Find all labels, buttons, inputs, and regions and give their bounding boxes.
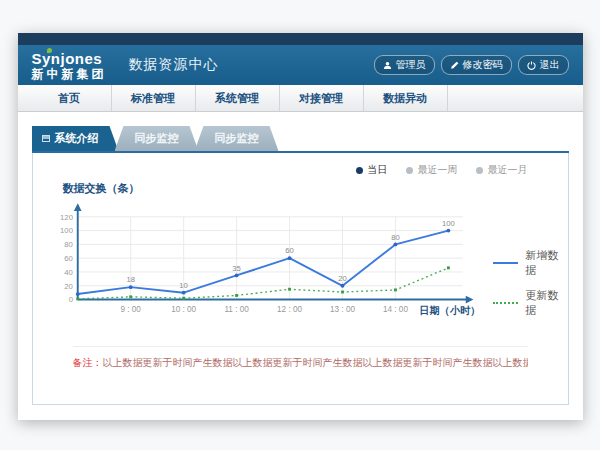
logout-button[interactable]: 退出 (518, 55, 569, 75)
admin-button[interactable]: 管理员 (374, 55, 435, 75)
range-option-1[interactable]: 最近一周 (406, 163, 458, 177)
radio-dot-icon (356, 167, 363, 174)
radio-dot-icon (476, 167, 483, 174)
logout-button-label: 退出 (540, 58, 560, 72)
data-point (75, 292, 79, 296)
tab-label: 系统介绍 (55, 131, 99, 146)
data-point (393, 242, 397, 246)
data-point-label: 20 (338, 274, 347, 283)
range-option-label: 当日 (368, 163, 388, 177)
nav-item-4[interactable]: 数据异动 (364, 85, 448, 111)
tab-label: 同步监控 (215, 131, 259, 146)
tab-0[interactable]: 系统介绍 (32, 126, 119, 151)
radio-dot-icon (406, 167, 413, 174)
main-nav: 首页标准管理系统管理对接管理数据异动 (18, 85, 583, 112)
x-tick-label: 10 : 00 (171, 305, 196, 314)
nav-item-3[interactable]: 对接管理 (280, 85, 364, 111)
legend-item-0: 新增数据 (493, 248, 567, 278)
data-point-label: 60 (285, 246, 294, 255)
legend-line-sample (493, 262, 518, 264)
change-password-button[interactable]: 修改密码 (441, 55, 512, 75)
footnote: 备注：以上数据更新于时间产生数据以上数据更新于时间产生数据以上数据更新于时间产生… (73, 346, 528, 370)
data-point (182, 297, 185, 300)
logo: Synjones 新中新集团 (32, 51, 107, 80)
admin-button-label: 管理员 (396, 58, 426, 72)
header-actions: 管理员 修改密码 退出 (374, 55, 569, 75)
y-tick-label: 60 (64, 254, 73, 263)
data-point-label: 35 (232, 264, 241, 273)
x-tick-label: 9 : 00 (120, 305, 141, 314)
footnote-text: 以上数据更新于时间产生数据以上数据更新于时间产生数据以上数据更新于时间产生数据以… (103, 357, 528, 368)
range-selector: 当日最近一周最近一月 (33, 163, 568, 177)
logo-text: Synjones (32, 51, 107, 66)
data-point-label: 80 (391, 233, 400, 242)
range-option-label: 最近一周 (418, 163, 458, 177)
x-tick-label: 14 : 00 (382, 305, 407, 314)
line-chart: 0204060801001209 : 0010 : 0011 : 0012 : … (45, 196, 488, 330)
nav-item-0[interactable]: 首页 (28, 85, 112, 111)
tab-bar: 系统介绍同步监控同步监控 (32, 126, 569, 153)
legend-label: 更新数据 (525, 288, 567, 318)
legend-label: 新增数据 (525, 248, 567, 278)
page-title: 数据资源中心 (129, 56, 219, 74)
user-icon (383, 61, 392, 70)
data-point (394, 288, 397, 291)
range-option-label: 最近一月 (488, 163, 528, 177)
power-icon (527, 61, 536, 70)
chart-panel: 当日最近一周最近一月 数据交换（条） 0204060801001209 : 00… (32, 153, 569, 405)
logo-accent (47, 48, 52, 53)
footnote-label: 备注： (73, 357, 103, 368)
data-point (129, 295, 132, 298)
y-tick-label: 100 (60, 226, 73, 235)
data-point (181, 291, 185, 295)
content: 系统介绍同步监控同步监控 当日最近一周最近一月 数据交换（条） 02040608… (18, 112, 583, 405)
range-option-2[interactable]: 最近一月 (476, 163, 528, 177)
tab-2[interactable]: 同步监控 (195, 126, 279, 151)
app-window: Synjones 新中新集团 数据资源中心 管理员 修改密码 (18, 33, 583, 420)
tab-label: 同步监控 (135, 131, 179, 146)
data-point (340, 284, 344, 288)
logo-subtitle: 新中新集团 (32, 68, 107, 80)
y-tick-label: 40 (64, 268, 73, 277)
data-point (446, 229, 450, 233)
window-top-strip (18, 33, 583, 45)
data-point (341, 291, 344, 294)
x-tick-label: 13 : 00 (329, 305, 354, 314)
y-tick-label: 20 (64, 282, 73, 291)
header: Synjones 新中新集团 数据资源中心 管理员 修改密码 (18, 45, 583, 85)
tab-1[interactable]: 同步监控 (115, 126, 199, 151)
range-option-0[interactable]: 当日 (356, 163, 388, 177)
data-point (76, 297, 79, 300)
data-point (128, 285, 132, 289)
data-point (287, 256, 291, 260)
edit-icon (450, 61, 459, 70)
data-point (234, 274, 238, 278)
data-point (235, 294, 238, 297)
y-tick-label: 0 (68, 295, 72, 304)
y-axis-arrow-icon (73, 203, 81, 211)
legend-item-1: 更新数据 (493, 288, 567, 318)
x-tick-label: 12 : 00 (277, 305, 302, 314)
data-point (446, 266, 449, 269)
chart-legend: 新增数据更新数据 (493, 248, 567, 330)
data-point-label: 10 (179, 281, 188, 290)
tab-document-icon (42, 135, 50, 142)
nav-item-2[interactable]: 系统管理 (196, 85, 280, 111)
y-tick-label: 80 (64, 240, 73, 249)
data-point-label: 18 (126, 275, 135, 284)
nav-item-1[interactable]: 标准管理 (112, 85, 196, 111)
y-axis-title: 数据交换（条） (63, 181, 568, 196)
x-tick-label: 11 : 00 (224, 305, 249, 314)
legend-line-sample (493, 302, 518, 304)
x-axis-title: 日期（小时） (419, 305, 480, 316)
data-point-label: 100 (441, 219, 454, 228)
chart-area: 0204060801001209 : 0010 : 0011 : 0012 : … (33, 196, 568, 330)
data-point (288, 288, 291, 291)
y-tick-label: 120 (60, 213, 73, 222)
x-axis-arrow-icon (465, 296, 473, 304)
change-password-button-label: 修改密码 (463, 58, 503, 72)
